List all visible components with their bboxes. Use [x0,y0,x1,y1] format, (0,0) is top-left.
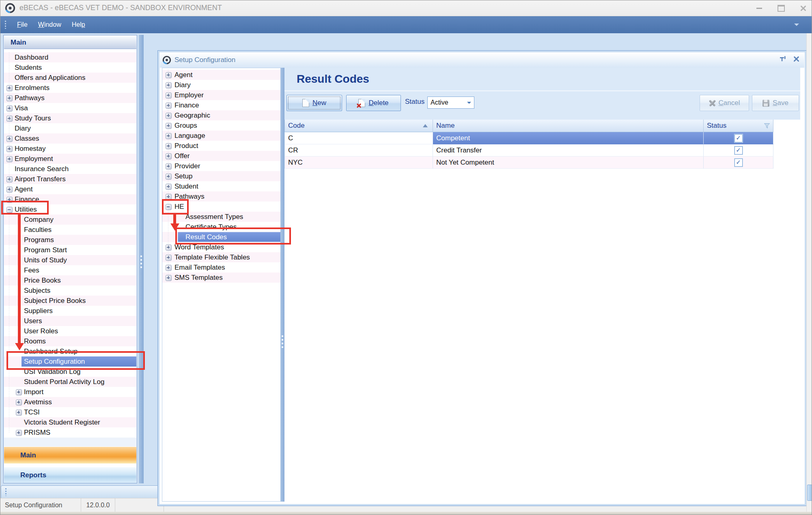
tree-item-product[interactable]: Product [162,141,281,151]
tree-item-agent[interactable]: Agent [162,70,281,80]
tree-item-units-of-study[interactable]: Units of Study [4,255,136,265]
tree-item-students[interactable]: Students [4,62,136,73]
tree-item-geographic[interactable]: Geographic [162,110,281,120]
tree-item-airport-transfers[interactable]: Airport Transfers [4,174,136,184]
tree-item-users[interactable]: Users [4,316,136,326]
vertical-scrollbar[interactable] [806,33,812,512]
tree-item-user-roles[interactable]: User Roles [4,326,136,336]
tree-item-homestay[interactable]: Homestay [4,144,136,154]
tree-item-dashboard[interactable]: Dashboard [4,52,136,62]
maximize-button[interactable] [778,5,785,12]
setup-window-close-icon[interactable] [793,56,799,62]
expand-plus-icon[interactable] [16,399,22,406]
cell-code[interactable]: CR [284,144,433,157]
expand-plus-icon[interactable] [6,116,13,122]
menu-help[interactable]: Help [67,19,90,30]
tree-item-employment[interactable]: Employment [4,154,136,164]
tree-item-template-flexible-tables[interactable]: Template Flexible Tables [162,252,281,262]
expand-plus-icon[interactable] [6,95,13,101]
cell-code[interactable]: NYC [284,157,433,169]
expand-plus-icon[interactable] [166,133,172,139]
tree-item-provider[interactable]: Provider [162,161,281,171]
tree-item-diary[interactable]: Diary [162,80,281,90]
tree-item-agent[interactable]: Agent [4,184,136,194]
expand-plus-icon[interactable] [166,113,172,119]
tree-item-programs[interactable]: Programs [4,235,136,245]
toolbar-overflow-icon[interactable] [794,24,799,26]
tree-item-subject-price-books[interactable]: Subject Price Books [4,296,136,306]
expand-plus-icon[interactable] [166,245,172,251]
expand-plus-icon[interactable] [6,85,13,91]
tree-item-faculties[interactable]: Faculties [4,225,136,235]
column-header-status[interactable]: Status [704,120,773,132]
tree-item-employer[interactable]: Employer [162,90,281,100]
table-row-cr[interactable]: CRCredit Transfer✓ [284,144,773,157]
expand-plus-icon[interactable] [16,410,22,416]
expand-plus-icon[interactable] [6,187,13,193]
tree-item-insurance-search[interactable]: Insurance Search [4,164,136,174]
expand-plus-icon[interactable] [166,174,172,180]
pin-icon[interactable] [780,56,786,62]
new-button[interactable]: New [286,95,342,111]
tree-item-price-books[interactable]: Price Books [4,275,136,285]
tree-item-tcsi[interactable]: TCSI [4,407,136,417]
tree-item-setup[interactable]: Setup [162,171,281,181]
cell-name[interactable]: Credit Transfer [433,144,704,157]
cell-code[interactable]: C [284,132,433,144]
expand-plus-icon[interactable] [166,143,172,149]
table-row-nyc[interactable]: NYCNot Yet Competent✓ [284,157,773,169]
cell-name[interactable]: Competent [433,132,704,144]
setup-tree-splitter[interactable] [280,68,284,502]
delete-button[interactable]: Delete [346,95,401,111]
tree-item-offers-and-applications[interactable]: Offers and Applications [4,73,136,83]
minimize-button[interactable] [756,8,762,9]
tree-item-sms-templates[interactable]: SMS Templates [162,273,281,283]
tree-item-enrolments[interactable]: Enrolments [4,83,136,93]
expand-plus-icon[interactable] [6,146,13,152]
expand-plus-icon[interactable] [16,389,22,395]
tree-item-prisms[interactable]: PRISMS [4,427,136,438]
expand-plus-icon[interactable] [166,255,172,261]
tree-item-company[interactable]: Company [4,215,136,225]
column-header-code[interactable]: Code [284,120,433,132]
tree-item-finance[interactable]: Finance [162,100,281,110]
sidebar-splitter[interactable] [139,35,144,483]
tree-item-offer[interactable]: Offer [162,151,281,161]
expand-plus-icon[interactable] [166,103,172,109]
expand-plus-icon[interactable] [166,275,172,281]
menubar-grip[interactable] [5,21,6,29]
tree-item-classes[interactable]: Classes [4,133,136,144]
cell-name[interactable]: Not Yet Competent [433,157,704,169]
expand-plus-icon[interactable] [16,430,22,436]
cancel-button[interactable]: Cancel [700,95,749,111]
status-checkbox[interactable]: ✓ [734,146,743,154]
expand-plus-icon[interactable] [166,123,172,129]
table-row-c[interactable]: CCompetent✓ [284,132,773,144]
expand-plus-icon[interactable] [6,156,13,162]
tree-item-language[interactable]: Language [162,131,281,141]
tree-item-import[interactable]: Import [4,387,136,397]
tree-item-email-templates[interactable]: Email Templates [162,262,281,273]
close-button[interactable] [800,5,806,11]
menu-window[interactable]: Window [33,19,67,30]
tree-item-avetmiss[interactable]: Avetmiss [4,397,136,407]
expand-plus-icon[interactable] [166,82,172,88]
scrollbar-thumb[interactable] [807,485,812,501]
tree-item-subjects[interactable]: Subjects [4,285,136,296]
sidebar-nav-main[interactable]: Main [4,446,136,464]
status-dropdown[interactable]: Active [427,97,474,109]
status-checkbox[interactable]: ✓ [734,159,743,167]
expand-plus-icon[interactable] [166,265,172,271]
column-header-name[interactable]: Name [433,120,704,132]
tree-item-program-start[interactable]: Program Start [4,245,136,255]
tree-item-groups[interactable]: Groups [162,120,281,131]
menu-file[interactable]: File [12,19,33,30]
expand-plus-icon[interactable] [166,163,172,170]
tree-item-victoria-student-register[interactable]: Victoria Student Register [4,417,136,427]
expand-plus-icon[interactable] [6,105,13,112]
expand-plus-icon[interactable] [166,72,172,78]
tree-item-fees[interactable]: Fees [4,265,136,275]
tree-item-student[interactable]: Student [162,181,281,191]
expand-plus-icon[interactable] [166,153,172,159]
status-checkbox[interactable]: ✓ [734,134,743,142]
